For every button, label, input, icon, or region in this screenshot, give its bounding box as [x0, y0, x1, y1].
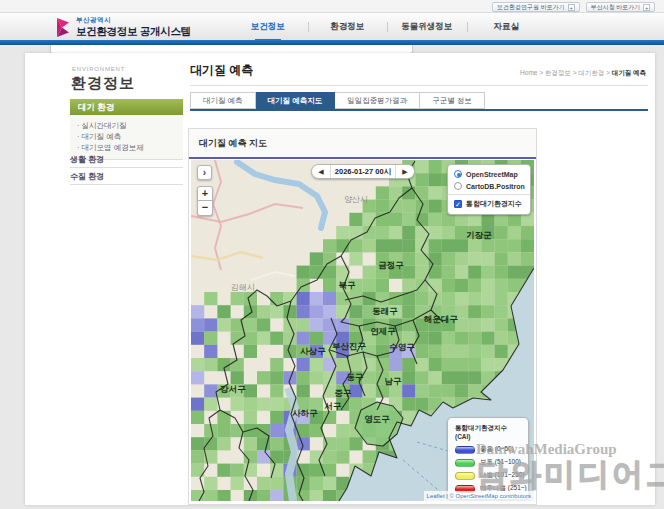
district-label-연제구: 연제구	[370, 326, 396, 336]
nav-item-동물위생정보[interactable]: 동물위생정보	[387, 13, 467, 40]
busan-logo-icon	[56, 18, 71, 37]
map-attribution: Leaflet | © OpenStreetMap contributors	[424, 491, 534, 501]
layer-control: OpenStreetMapCartoDB.Positron✓통합대기환경지수	[447, 164, 531, 215]
layer-label: CartoDB.Positron	[466, 183, 525, 190]
basemap-label-양산시: 양산시	[344, 195, 368, 204]
legend-row: 좋음 (0~50)	[455, 445, 521, 454]
osm-link[interactable]: © OpenStreetMap contributors	[450, 493, 531, 499]
plus-icon: +	[643, 4, 650, 11]
legend-label: 좋음 (0~50)	[480, 445, 514, 454]
breadcrumb-part[interactable]: 대기환경	[578, 69, 604, 76]
sidebar-item[interactable]: · 실시간대기질	[77, 120, 176, 131]
site-logo[interactable]: 부산광역시 보건환경정보 공개시스템	[56, 16, 191, 39]
leaflet-link[interactable]: Leaflet	[427, 493, 445, 499]
radio-icon	[454, 170, 462, 178]
radio-icon	[454, 182, 462, 190]
logo-system: 보건환경정보 공개시스템	[76, 25, 191, 39]
zoom-out-button[interactable]: −	[197, 201, 213, 216]
legend-title: 통합대기환경지수 (CAI)	[455, 424, 521, 440]
title-divider	[190, 85, 648, 86]
tab-대기질 예측지도[interactable]: 대기질 예측지도	[256, 92, 336, 109]
district-label-사상구: 사상구	[300, 346, 326, 356]
district-label-수영구: 수영구	[389, 342, 415, 352]
page-title: 대기질 예측	[190, 62, 253, 79]
legend-row: 보통 (51~100)	[455, 458, 521, 467]
sidebar-title: 환경정보	[71, 74, 135, 93]
date-control: ◀ 2026-01-27 00시 ▶	[311, 164, 415, 179]
page: 보건환경연구원 바로가기+부산시청 바로가기+ 부산광역시 보건환경정보 공개시…	[0, 0, 664, 509]
leaflet-map[interactable]: 양산시김해시기장군금정구북구동래구해운대구연제구부산진구수영구사상구강서구동구남…	[191, 160, 534, 501]
logo-city: 부산광역시	[76, 16, 191, 25]
prev-hour-button[interactable]: ◀	[312, 165, 330, 178]
logo-text: 부산광역시 보건환경정보 공개시스템	[76, 16, 191, 39]
layer-option-CartoDB.Positron[interactable]: CartoDB.Positron	[454, 182, 524, 190]
nav-item-자료실[interactable]: 자료실	[467, 13, 547, 40]
district-label-부산진구: 부산진구	[332, 341, 367, 351]
breadcrumb-part[interactable]: 환경정보	[545, 69, 571, 76]
breadcrumb-part[interactable]: Home	[520, 69, 537, 76]
district-label-서구: 서구	[325, 401, 343, 411]
nav-item-보건정보[interactable]: 보건정보	[228, 13, 308, 40]
main-nav: 보건정보환경정보동물위생정보자료실	[228, 13, 546, 40]
sidebar-eyebrow: ENVIRONMENT	[72, 66, 125, 72]
legend-row: 나쁨 (101~250)	[455, 471, 521, 480]
legend-swatch	[455, 472, 475, 480]
tab-구군별 정보[interactable]: 구군별 정보	[420, 92, 485, 109]
sidebar-section-0[interactable]: 생활 환경	[70, 152, 183, 168]
district-label-중구: 중구	[335, 388, 353, 398]
district-label-강서구: 강서구	[220, 384, 246, 394]
legend-swatch	[455, 446, 475, 454]
forecast-datetime: 2026-01-27 00시	[330, 165, 396, 178]
district-label-해운대구: 해운대구	[423, 314, 459, 324]
cai-legend: 통합대기환경지수 (CAI) 좋음 (0~50)보통 (51~100)나쁨 (1…	[447, 417, 529, 500]
overlay-option-통합대기환경지수[interactable]: ✓통합대기환경지수	[454, 199, 524, 209]
district-label-남구: 남구	[385, 376, 403, 386]
map-expand-button[interactable]: ›	[197, 165, 212, 180]
sidebar-category-air[interactable]: 대기 환경	[70, 99, 183, 115]
section-title: 대기질 예측 지도	[189, 129, 536, 159]
quick-links: 보건환경연구원 바로가기+부산시청 바로가기+	[492, 2, 655, 12]
district-label-금정구: 금정구	[378, 260, 404, 270]
site-header: 부산광역시 보건환경정보 공개시스템 보건정보환경정보동물위생정보자료실	[0, 13, 664, 40]
sidebar-item[interactable]: · 대기질 예측	[77, 131, 176, 142]
legend-swatch	[455, 459, 475, 467]
quick-link-0[interactable]: 보건환경연구원 바로가기+	[492, 2, 580, 12]
district-label-영도구: 영도구	[364, 414, 390, 424]
tabs-underline	[190, 109, 648, 111]
layer-label: OpenStreetMap	[466, 171, 518, 178]
plus-icon: +	[568, 4, 575, 11]
district-label-기장군: 기장군	[466, 230, 492, 240]
district-label-북구: 북구	[339, 280, 357, 290]
district-label-동구: 동구	[347, 372, 365, 382]
tabs: 대기질 예측대기질 예측지도일일집중평가결과구군별 정보	[190, 92, 485, 109]
breadcrumb: Home > 환경정보 > 대기환경 > 대기질 예측	[520, 69, 646, 78]
next-hour-button[interactable]: ▶	[396, 165, 414, 178]
quick-link-1[interactable]: 부산시청 바로가기+	[586, 2, 656, 12]
checkbox-icon: ✓	[454, 200, 462, 208]
layer-option-OpenStreetMap[interactable]: OpenStreetMap	[454, 170, 524, 178]
breadcrumb-current: 대기질 예측	[612, 69, 646, 76]
district-label-동래구: 동래구	[372, 306, 398, 316]
layer-label: 통합대기환경지수	[466, 199, 522, 209]
top-utility-bar: 보건환경연구원 바로가기+부산시청 바로가기+	[0, 0, 664, 13]
basemap-label-김해시: 김해시	[231, 283, 255, 292]
tab-대기질 예측[interactable]: 대기질 예측	[190, 92, 256, 109]
forecast-map-panel: 대기질 예측 지도 양산시김해시기장군금정구북구동래구해운대구연제구부산진구수영…	[188, 128, 537, 505]
layer-divider	[448, 194, 530, 195]
zoom-in-button[interactable]: +	[197, 186, 213, 201]
sidebar-section-1[interactable]: 수질 환경	[70, 169, 183, 185]
legend-label: 보통 (51~100)	[480, 458, 521, 467]
tab-일일집중평가결과[interactable]: 일일집중평가결과	[335, 92, 420, 109]
nav-item-환경정보[interactable]: 환경정보	[308, 13, 388, 40]
attribution-separator: |	[446, 493, 448, 499]
district-label-사하구: 사하구	[292, 408, 318, 418]
legend-label: 나쁨 (101~250)	[480, 471, 525, 480]
